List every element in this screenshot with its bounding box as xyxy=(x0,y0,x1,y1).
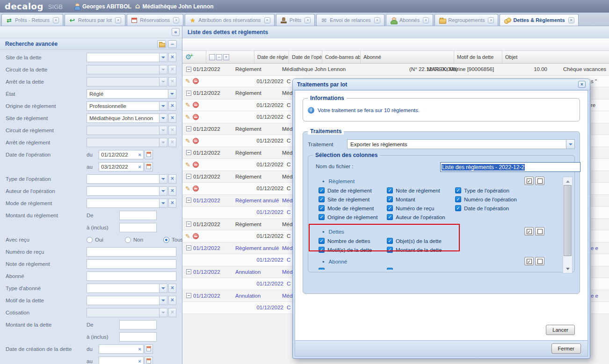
auteur-operation-combo[interactable] xyxy=(87,186,167,196)
column-header-code-barres[interactable]: Code-barres ab xyxy=(322,51,360,63)
remove-icon[interactable] xyxy=(193,138,199,144)
montant-dette-from-input[interactable] xyxy=(119,320,157,329)
column-checkbox[interactable]: ✓ xyxy=(319,268,387,270)
check-all-button[interactable]: ✓ xyxy=(524,227,534,236)
clear-date-icon[interactable]: × xyxy=(138,164,141,170)
collapse-row-icon[interactable] xyxy=(186,91,191,96)
table-row[interactable]: ✎ 01/12/2022 Règlement Médiathèque John … xyxy=(182,64,609,76)
chevron-down-icon[interactable] xyxy=(159,102,167,110)
clear-field-icon[interactable]: × xyxy=(168,114,176,123)
date-operation-from-input[interactable]: 01/12/2022× xyxy=(99,150,144,159)
clear-date-icon[interactable]: × xyxy=(138,152,141,157)
column-header-date-reglement[interactable]: Date de règle xyxy=(254,51,289,63)
clear-date-icon[interactable]: × xyxy=(138,346,141,352)
edit-icon[interactable]: ✎ xyxy=(185,233,190,239)
remove-icon[interactable] xyxy=(193,78,199,84)
gear-icon[interactable]: ⚙ xyxy=(185,54,191,61)
collapse-row-icon[interactable] xyxy=(186,269,191,274)
collapse-row-icon[interactable] xyxy=(186,198,191,203)
calendar-picker-icon[interactable] xyxy=(145,150,153,159)
column-header-date-operation[interactable]: Date de l'opé xyxy=(289,51,322,63)
scrollbar-thumb[interactable] xyxy=(564,185,572,256)
column-checkbox[interactable]: ✓ Motif(s) de la dette xyxy=(319,247,387,253)
chevron-down-icon[interactable] xyxy=(159,296,167,305)
column-checkbox[interactable]: ✓ Montant xyxy=(387,196,455,202)
collapse-row-icon[interactable] xyxy=(186,293,191,298)
clear-field-icon[interactable]: × xyxy=(168,284,176,293)
saved-searches-icon[interactable] xyxy=(157,40,166,48)
avec-recu-tous-radio[interactable] xyxy=(163,237,169,243)
clear-field-icon[interactable]: × xyxy=(168,53,176,62)
tab[interactable]: Retours par lot × xyxy=(65,14,125,26)
clear-date-icon[interactable]: × xyxy=(138,358,141,364)
tab[interactable]: Dettes & Règlements × xyxy=(500,14,578,26)
uncheck-all-button[interactable] xyxy=(535,257,544,265)
chevron-down-icon[interactable] xyxy=(566,140,574,149)
collapse-section-icon[interactable] xyxy=(168,40,177,48)
treatment-combo[interactable]: Exporter les règlements xyxy=(347,139,575,149)
column-checkbox[interactable]: ✓ xyxy=(387,268,559,270)
etat-combo[interactable]: Réglé xyxy=(87,89,176,99)
uncheck-all-button[interactable] xyxy=(535,177,544,185)
tab-close-icon[interactable]: × xyxy=(264,17,270,23)
collapse-row-icon[interactable] xyxy=(186,174,191,179)
clear-field-icon[interactable]: × xyxy=(168,186,176,196)
tab-close-icon[interactable]: × xyxy=(304,17,311,23)
clear-field-icon[interactable]: × xyxy=(168,101,176,111)
check-all-button[interactable]: ✓ xyxy=(524,257,534,265)
column-checkbox[interactable]: ✓ Type de l'opération xyxy=(455,187,559,193)
tab-close-icon[interactable]: × xyxy=(374,17,380,23)
remove-icon[interactable] xyxy=(193,114,199,120)
chevron-down-icon[interactable] xyxy=(159,187,167,195)
montant-reglement-to-input[interactable] xyxy=(119,223,157,232)
column-checkbox[interactable]: ✓ Numéro de reçu xyxy=(387,205,455,211)
avec-recu-non-radio[interactable] xyxy=(125,237,131,243)
montant-dette-to-input[interactable] xyxy=(119,332,157,342)
collapse-all-icon[interactable]: – xyxy=(216,54,222,60)
collapse-panel-icon[interactable] xyxy=(172,28,180,36)
column-checkbox[interactable]: ✓ Site de règlement xyxy=(319,196,387,202)
collapse-row-icon[interactable] xyxy=(186,126,191,131)
edit-icon[interactable]: ✎ xyxy=(185,78,190,84)
tab-close-icon[interactable]: × xyxy=(568,17,574,23)
expand-all-icon[interactable]: + xyxy=(223,54,229,60)
column-checkbox[interactable]: ✓ Numéro de l'opération xyxy=(455,196,559,202)
column-checkbox[interactable]: ✓ Mode de règlement xyxy=(319,205,387,211)
edit-icon[interactable]: ✎ xyxy=(185,114,190,120)
column-checkbox[interactable]: ✓ Auteur de l'opération xyxy=(387,214,455,220)
tab[interactable]: Prêts × xyxy=(276,14,315,26)
remove-icon[interactable] xyxy=(193,186,199,192)
calendar-picker-icon[interactable] xyxy=(145,162,153,171)
column-header-objet[interactable]: Objet xyxy=(502,51,609,63)
calendar-picker-icon[interactable] xyxy=(145,344,153,354)
clear-field-icon[interactable]: × xyxy=(168,199,176,208)
edit-icon[interactable]: ✎ xyxy=(185,102,190,108)
launch-button[interactable]: Lancer xyxy=(546,325,575,335)
tab[interactable]: Prêts - Retours × xyxy=(1,14,63,26)
date-operation-to-input[interactable]: 03/12/2022× xyxy=(99,162,144,171)
clear-field-icon[interactable]: × xyxy=(168,174,176,184)
tab-close-icon[interactable]: × xyxy=(173,17,179,23)
tab-close-icon[interactable]: × xyxy=(423,17,429,23)
site-reglement-combo[interactable]: Médiathèque John Lennon xyxy=(87,114,167,123)
tab[interactable]: Regroupements × xyxy=(435,14,498,26)
column-settings-header[interactable]: ⚙ xyxy=(182,51,206,63)
tab[interactable]: Réservations × xyxy=(127,14,183,26)
type-operation-combo[interactable] xyxy=(87,174,167,184)
dialog-title-bar[interactable]: Traitements par lot × xyxy=(293,79,590,90)
clear-field-icon[interactable]: × xyxy=(168,296,176,305)
column-checkbox[interactable]: ✓ Date de règlement xyxy=(319,187,387,193)
column-header-abonne[interactable]: Abonné xyxy=(360,51,454,63)
chevron-down-icon[interactable] xyxy=(159,175,167,183)
column-checkbox[interactable]: ✓ Origine de règlement xyxy=(319,214,387,220)
motif-dette-combo[interactable] xyxy=(87,296,167,305)
column-checkbox[interactable]: ✓ Nombre de dettes xyxy=(319,238,387,244)
remove-icon[interactable] xyxy=(193,102,199,108)
collapse-none-icon[interactable] xyxy=(209,54,215,60)
tab[interactable]: Attribution des réservations × xyxy=(185,14,274,26)
collapse-row-icon[interactable] xyxy=(186,150,191,155)
chevron-down-icon[interactable] xyxy=(168,90,176,98)
calendar-picker-icon[interactable] xyxy=(145,357,153,364)
column-checkbox[interactable]: ✓ Montant de la dette xyxy=(387,247,559,253)
remove-icon[interactable] xyxy=(193,162,199,168)
